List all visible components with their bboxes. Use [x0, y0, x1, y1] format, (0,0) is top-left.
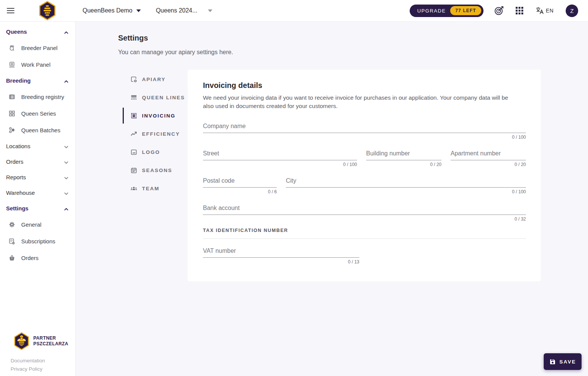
upgrade-badge: 77 LEFT	[450, 6, 481, 15]
sidebar-item-label: Orders	[21, 255, 39, 261]
sidebar-item-subscriptions[interactable]: Subscriptions	[0, 233, 75, 249]
card-description: We need your invoicing data if you want …	[203, 94, 517, 110]
bank-account-input[interactable]	[203, 204, 526, 215]
breeding-registry-icon	[8, 93, 16, 100]
sidebar-section-orders[interactable]: Orders	[0, 154, 75, 169]
sidebar-section-locations[interactable]: Locations	[0, 138, 75, 154]
chevron-down-icon	[64, 144, 69, 149]
apartment-number-field-wrap: 0 / 20	[451, 149, 526, 167]
sidebar-item-general[interactable]: General	[0, 216, 75, 233]
translate-icon	[536, 6, 544, 15]
invoicing-icon	[130, 112, 137, 119]
section-label: Warehouse	[6, 190, 35, 196]
sidebar-item-label: Queen Series	[21, 110, 56, 117]
sidebar-section-breeding[interactable]: Breeding	[0, 73, 75, 88]
apps-grid-icon[interactable]	[515, 6, 524, 16]
breeder-panel-icon	[8, 44, 16, 52]
vat-number-field-wrap: 0 / 13	[203, 246, 359, 265]
tab-seasons[interactable]: SEASONS	[123, 161, 188, 179]
vat-number-input[interactable]	[203, 246, 359, 258]
sidebar-section-reports[interactable]: Reports	[0, 169, 75, 185]
subscriptions-icon	[8, 238, 16, 245]
section-label: Orders	[6, 158, 23, 165]
goal-target-icon[interactable]	[494, 6, 504, 16]
tab-efficiency[interactable]: EFFICIENCY	[123, 125, 188, 143]
sidebar-item-breeder-panel[interactable]: Breeder Panel	[0, 39, 75, 56]
street-input[interactable]	[203, 149, 357, 160]
section-divider	[203, 238, 526, 239]
sidebar-item-breeding-registry[interactable]: Breeding registry	[0, 88, 75, 105]
tab-label: EFFICIENCY	[142, 131, 180, 137]
section-label: Settings	[6, 205, 28, 212]
char-counter: 0 / 13	[203, 259, 359, 265]
sidebar-item-queen-series[interactable]: Queen Series	[0, 105, 75, 122]
invoicing-form: 0 / 100 0 / 100 0 / 20	[203, 122, 526, 265]
logo-image-icon	[130, 149, 137, 156]
partner-text: PARTNER PSZCZELARZA	[33, 335, 68, 347]
sidebar: Queens Breeder Panel	[0, 22, 76, 376]
postal-code-input[interactable]	[203, 176, 277, 188]
tab-label: SEASONS	[142, 168, 172, 173]
general-icon	[8, 221, 16, 228]
bank-account-field-wrap: 0 / 32	[203, 204, 526, 222]
partner-line1: PARTNER	[33, 335, 56, 341]
sidebar-item-label: Breeder Panel	[21, 45, 58, 51]
tax-identification-section: TAX IDENTIFICATION NUMBER	[203, 228, 526, 239]
sidebar-item-label: Breeding registry	[21, 94, 64, 100]
season-selector[interactable]: Queens 2024...	[156, 7, 212, 14]
sidebar-item-queen-batches[interactable]: Queen Batches	[0, 122, 75, 138]
tab-queen-lines[interactable]: QUEEN LINES	[123, 88, 188, 107]
documentation-link[interactable]: Documentation	[11, 357, 75, 365]
topbar: QueenBees Demo Queens 2024... UPGRADE 77…	[0, 0, 588, 22]
char-counter: 0 / 32	[203, 216, 526, 222]
apiary-selector[interactable]: QueenBees Demo	[83, 7, 141, 14]
upgrade-button[interactable]: UPGRADE 77 LEFT	[410, 5, 484, 17]
team-icon	[130, 185, 137, 192]
tax-section-label: TAX IDENTIFICATION NUMBER	[203, 228, 526, 233]
avatar[interactable]: Z	[566, 5, 578, 17]
efficiency-icon	[130, 130, 137, 138]
building-number-input[interactable]	[366, 149, 441, 160]
tab-apiary[interactable]: APIARY	[123, 70, 188, 88]
partner-badge[interactable]: PARTNER PSZCZELARZA	[13, 332, 75, 350]
language-selector[interactable]: EN	[536, 6, 554, 15]
section-label: Queens	[6, 28, 27, 35]
save-button-label: SAVE	[560, 359, 576, 365]
sidebar-item-orders-settings[interactable]: Orders	[0, 249, 75, 266]
privacy-policy-link[interactable]: Privacy Policy	[11, 365, 75, 373]
chevron-down-icon	[64, 160, 69, 164]
queenbees-logo[interactable]	[38, 1, 57, 20]
apiary-icon	[130, 76, 137, 83]
partner-logo	[13, 332, 30, 350]
sidebar-section-warehouse[interactable]: Warehouse	[0, 185, 75, 201]
chevron-down-icon	[64, 175, 69, 180]
sidebar-item-work-panel[interactable]: Work Panel	[0, 56, 75, 73]
tab-logo[interactable]: LOGO	[123, 143, 188, 161]
apartment-number-input[interactable]	[451, 149, 526, 160]
city-input[interactable]	[286, 176, 526, 188]
section-label: Reports	[6, 174, 26, 180]
season-selector-label: Queens 2024...	[156, 7, 197, 14]
caret-down-icon	[136, 9, 141, 12]
seasons-icon	[130, 167, 137, 174]
queen-batches-icon	[8, 127, 16, 134]
save-button[interactable]: SAVE	[544, 353, 582, 370]
tab-team[interactable]: TEAM	[123, 179, 188, 197]
section-label: Locations	[6, 143, 30, 149]
menu-icon[interactable]	[6, 6, 15, 15]
sidebar-section-settings[interactable]: Settings	[0, 201, 75, 216]
tab-invoicing[interactable]: INVOICING	[123, 107, 188, 125]
sidebar-item-label: Subscriptions	[21, 238, 55, 244]
company-name-input[interactable]	[203, 122, 526, 133]
street-field-wrap: 0 / 100	[203, 149, 357, 167]
save-icon	[549, 359, 556, 365]
sidebar-section-queens[interactable]: Queens	[0, 24, 75, 39]
char-counter: 0 / 100	[203, 135, 526, 140]
main-content: Settings You can manage your apiary sett…	[76, 22, 588, 376]
sidebar-footer: PARTNER PSZCZELARZA Documentation Privac…	[0, 332, 75, 373]
city-field-wrap: 0 / 100	[286, 176, 526, 194]
section-label: Breeding	[6, 77, 31, 84]
card-title: Invoicing details	[203, 81, 526, 90]
caret-down-icon	[208, 9, 212, 12]
invoicing-card: Invoicing details We need your invoicing…	[188, 70, 541, 281]
